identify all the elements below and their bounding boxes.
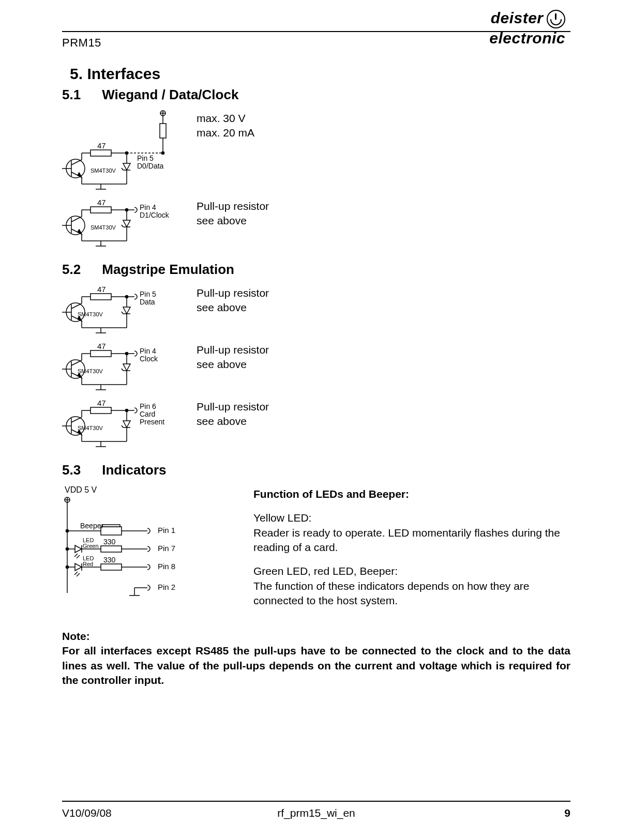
footer-left: V10/09/08 [62, 807, 232, 819]
circuit-diagram: 47 Pin 6 Card Present SM4T30V [62, 398, 197, 449]
r47-label: 47 [97, 342, 106, 350]
s51-row1: 47 Pin 5 D0/Data SM4T30V max. 30 V max. … [62, 109, 570, 192]
yellow-led-h: Yellow LED: [253, 511, 570, 525]
circuit-diagram: 47 Pin 4 D1/Clock SM4T30V [62, 197, 197, 249]
pin2-label: Pin 2 [158, 583, 175, 591]
note-line2: see above [197, 357, 269, 372]
footer-right: 9 [401, 807, 570, 819]
signal-label: Card [140, 410, 155, 418]
tvs-label: SM4T30V [78, 425, 103, 431]
svg-marker-42 [123, 220, 130, 227]
pin7-label: Pin 7 [158, 544, 175, 553]
indicators-block: VDD 5 V [62, 484, 570, 614]
pin-label: Pin 6 [140, 402, 156, 410]
circuit-diagram: 47 Pin 5 Data SM4T30V [62, 284, 197, 335]
svg-rect-4 [160, 124, 166, 138]
sub-number: 5.3 [62, 462, 98, 478]
svg-line-131 [77, 555, 80, 558]
tvs-label: SM4T30V [78, 311, 103, 317]
indicator-diagram: VDD 5 V [62, 484, 233, 614]
note-line2: see above [197, 213, 269, 228]
sub-title: Wiegand / Data/Clock [102, 87, 238, 102]
note-body: For all interfaces except RS485 the pull… [62, 644, 570, 688]
subsection-5-1: 5.1 Wiegand / Data/Clock [62, 87, 570, 103]
indicator-text: Function of LEDs and Beeper: Yellow LED:… [253, 484, 570, 608]
d1-label: D1/Clock [140, 211, 170, 219]
signal-label: Data [140, 298, 155, 306]
svg-rect-103 [91, 407, 111, 414]
function-heading: Function of LEDs and Beeper: [253, 487, 570, 501]
svg-rect-59 [91, 294, 111, 300]
tvs-label: SM4T30V [91, 224, 116, 231]
pin-label: Pin 5 [140, 290, 156, 298]
yellow-led-b: Reader is ready to operate. LED momentar… [253, 526, 570, 555]
section-heading: 5. Interfaces [70, 65, 570, 83]
grb-b: The function of these indicators depends… [253, 579, 570, 608]
circuit-diagram: 47 Pin 5 D0/Data SM4T30V [62, 109, 197, 192]
svg-rect-123 [101, 527, 122, 535]
svg-rect-142 [101, 564, 122, 570]
sub-title: Indicators [102, 462, 166, 478]
svg-rect-133 [101, 546, 122, 552]
svg-line-22 [122, 168, 123, 170]
signal-label2: Present [140, 418, 164, 426]
svg-line-66 [122, 312, 123, 314]
circuit-diagram: 47 Pin 4 Clock SM4T30V [62, 341, 197, 392]
s52-c3-note: Pull-up resistor see above [197, 398, 269, 429]
s52-row1: 47 Pin 5 Data SM4T30V Pull-up resistor s… [62, 284, 570, 335]
note-label: Note: [62, 629, 570, 644]
sub-number: 5.2 [62, 262, 98, 278]
tvs-label: SM4T30V [78, 368, 103, 374]
svg-marker-108 [123, 421, 130, 427]
pin1-label: Pin 1 [158, 526, 175, 534]
note-line1: Pull-up resistor [197, 199, 269, 213]
pin-label: Pin 4 [140, 347, 156, 355]
svg-line-140 [77, 573, 80, 576]
logo-icon [547, 10, 565, 28]
s52-row2: 47 Pin 4 Clock SM4T30V Pull-up resistor … [62, 341, 570, 392]
footer-rule [62, 801, 570, 802]
ledg-label2: Green [83, 543, 99, 549]
section-title: Interfaces [87, 65, 160, 82]
svg-marker-137 [75, 563, 82, 571]
sub-number: 5.1 [62, 87, 98, 103]
page: deister electronic PRM15 5. Interfaces 5… [0, 0, 617, 840]
subsection-5-2: 5.2 Magstripe Emulation [62, 262, 570, 278]
pin5-label: Pin 5 [137, 154, 154, 162]
svg-line-130 [74, 554, 78, 557]
d0-label: D0/Data [137, 162, 164, 170]
r330r-label: 330 [103, 556, 116, 564]
svg-rect-14 [91, 150, 111, 156]
note-block: Note: For all interfaces except RS485 th… [62, 629, 570, 688]
grb-h: Green LED, red LED, Beeper: [253, 564, 570, 578]
s52-c1-note: Pull-up resistor see above [197, 284, 269, 315]
note-line2: see above [197, 300, 269, 315]
ledr-label2: Red [83, 561, 93, 567]
spec-maxv: max. 30 V [197, 111, 254, 126]
svg-rect-37 [91, 207, 111, 213]
vdd-label: VDD 5 V [65, 485, 97, 494]
note-line1: Pull-up resistor [197, 286, 269, 300]
s51-c2-note: Pull-up resistor see above [197, 197, 269, 228]
sub-title: Magstripe Emulation [102, 262, 234, 277]
r47-label: 47 [97, 198, 106, 207]
svg-rect-81 [91, 350, 111, 357]
r47-label: 47 [97, 399, 106, 407]
footer-center: rf_prm15_wi_en [232, 807, 401, 819]
spec-maxi: max. 20 mA [197, 126, 254, 140]
r47-label: 47 [97, 141, 106, 150]
s51-spec: max. 30 V max. 20 mA [197, 109, 254, 141]
pin4-label: Pin 4 [140, 203, 156, 211]
r330g-label: 330 [103, 538, 116, 546]
svg-rect-124 [102, 525, 120, 527]
section-number: 5. [70, 65, 83, 82]
tvs-label: SM4T30V [91, 167, 116, 174]
svg-marker-128 [75, 545, 82, 553]
svg-line-110 [122, 425, 123, 427]
r47-label: 47 [97, 285, 106, 294]
s52-c2-note: Pull-up resistor see above [197, 341, 269, 372]
note-line1: Pull-up resistor [197, 343, 269, 357]
subsection-5-3: 5.3 Indicators [62, 462, 570, 478]
note-line1: Pull-up resistor [197, 400, 269, 414]
svg-point-18 [162, 152, 164, 155]
